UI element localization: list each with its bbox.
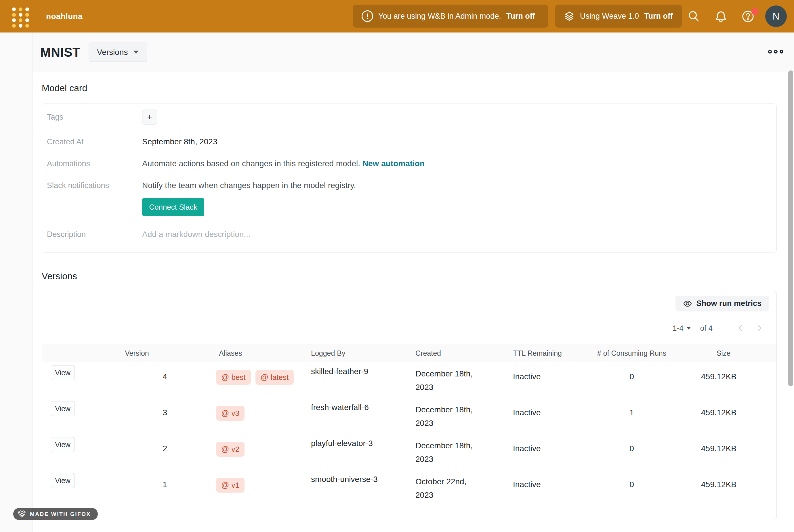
cell-size: 459.12KB <box>670 398 776 434</box>
tags-label: Tags <box>47 113 142 122</box>
slack-row: Slack notifications Notify the team when… <box>47 181 776 190</box>
show-run-metrics-label: Show run metrics <box>696 299 761 308</box>
cell-aliases: @v1 <box>176 470 302 506</box>
left-rail <box>0 33 33 532</box>
admin-mode-banner: ! You are using W&B in Admin mode. Turn … <box>353 5 548 27</box>
at-icon: @ <box>221 373 229 382</box>
col-header-consuming-runs: # of Consuming Runs <box>593 349 670 358</box>
scrollbar-thumb[interactable] <box>788 71 793 386</box>
bell-icon[interactable] <box>714 10 727 23</box>
at-icon: @ <box>221 445 229 454</box>
top-navbar: noahluna ! You are using W&B in Admin mo… <box>0 0 794 33</box>
alias-pill[interactable]: @v3 <box>216 406 245 421</box>
versions-panel: Show run metrics 1-4 of 4 Version <box>42 291 777 520</box>
cell-logged-by[interactable]: playful-elevator-3 <box>302 434 406 470</box>
alias-pill[interactable]: @v2 <box>216 442 245 457</box>
pagination: 1-4 of 4 <box>673 320 765 336</box>
chevron-down-icon <box>686 327 691 329</box>
weave-banner: Using Weave 1.0 Turn off <box>555 5 682 27</box>
cell-version: 1 <box>98 470 176 506</box>
cell-logged-by[interactable]: skilled-feather-9 <box>302 362 406 398</box>
cell-created: December 18th,2023 <box>406 362 501 398</box>
col-header-version: Version <box>98 349 176 358</box>
automations-label: Automations <box>47 159 142 168</box>
cell-version: 3 <box>98 398 176 434</box>
page-range: 1-4 <box>673 324 683 333</box>
model-card-panel: Tags + Created At September 8th, 2023 Au… <box>42 103 777 252</box>
versions-dropdown-label: Versions <box>97 48 128 57</box>
cell-ttl: Inactive <box>501 362 593 398</box>
description-row: Description Add a markdown description..… <box>47 230 776 239</box>
description-placeholder[interactable]: Add a markdown description... <box>142 230 776 239</box>
cell-aliases: @v2 <box>176 434 302 470</box>
model-card-section-title: Model card <box>42 83 787 93</box>
cell-consuming-runs: 0 <box>593 362 670 398</box>
overflow-menu-button[interactable] <box>768 50 783 54</box>
cell-ttl: Inactive <box>501 470 593 506</box>
table-header-row: Version Aliases Logged By Created TTL Re… <box>42 344 776 362</box>
main-content: Model card Tags + Created At September 8… <box>33 73 787 532</box>
notification-dot <box>752 8 759 15</box>
versions-dropdown[interactable]: Versions <box>89 42 147 62</box>
view-button[interactable]: View <box>51 437 75 452</box>
automations-row: Automations Automate actions based on ch… <box>47 159 776 168</box>
next-page-button[interactable] <box>754 323 765 334</box>
alias-pill[interactable]: @v1 <box>216 478 245 493</box>
cell-logged-by[interactable]: fresh-waterfall-6 <box>302 398 406 434</box>
alias-name: v1 <box>231 481 239 490</box>
created-at-label: Created At <box>47 137 142 146</box>
connect-slack-button[interactable]: Connect Slack <box>142 198 204 216</box>
col-header-created: Created <box>406 349 501 358</box>
alias-pill[interactable]: @best <box>216 370 251 385</box>
gifox-fox-icon <box>17 510 26 519</box>
cell-version: 4 <box>98 362 176 398</box>
table-row: View 3 @v3 fresh-waterfall-6 December 18… <box>42 398 776 434</box>
cell-logged-by[interactable]: smooth-universe-3 <box>302 470 406 506</box>
versions-table: Version Aliases Logged By Created TTL Re… <box>42 344 776 506</box>
slack-label: Slack notifications <box>47 181 142 190</box>
view-button[interactable]: View <box>51 401 75 416</box>
col-header-aliases: Aliases <box>176 349 302 358</box>
cell-version: 2 <box>98 434 176 470</box>
cell-created: October 22nd,2023 <box>406 470 501 506</box>
cell-created: December 18th,2023 <box>406 398 501 434</box>
view-button[interactable]: View <box>51 365 75 380</box>
view-button[interactable]: View <box>51 473 75 488</box>
gifox-badge-text: MADE WITH GIFOX <box>30 511 91 517</box>
cell-aliases: @best @latest <box>176 362 302 398</box>
page-range-dropdown[interactable]: 1-4 <box>673 324 691 333</box>
org-name[interactable]: noahluna <box>46 0 82 33</box>
col-header-logged-by: Logged By <box>302 349 406 358</box>
weave-turn-off-button[interactable]: Turn off <box>644 12 673 21</box>
cell-size: 459.12KB <box>670 470 776 506</box>
search-icon[interactable] <box>687 10 700 23</box>
at-icon: @ <box>221 409 229 418</box>
tags-row: Tags + <box>47 110 776 125</box>
created-at-value: September 8th, 2023 <box>142 137 776 146</box>
alias-name: best <box>231 373 245 382</box>
cell-ttl: Inactive <box>501 398 593 434</box>
description-label: Description <box>47 230 142 239</box>
eye-icon <box>683 299 692 308</box>
alias-name: latest <box>271 373 288 382</box>
alert-circle-icon: ! <box>362 11 373 22</box>
at-icon: @ <box>221 481 229 490</box>
avatar[interactable]: N <box>765 5 787 27</box>
add-tag-button[interactable]: + <box>142 110 157 125</box>
page-total: of 4 <box>700 324 713 333</box>
col-header-ttl: TTL Remaining <box>501 349 593 358</box>
page: noahluna ! You are using W&B in Admin mo… <box>0 0 794 532</box>
alias-name: v3 <box>231 409 239 418</box>
alias-name: v2 <box>231 445 239 454</box>
new-automation-link[interactable]: New automation <box>362 159 424 168</box>
cell-aliases: @v3 <box>176 398 302 434</box>
cell-consuming-runs: 0 <box>593 470 670 506</box>
prev-page-button[interactable] <box>735 323 746 334</box>
admin-turn-off-button[interactable]: Turn off <box>506 12 535 21</box>
alias-pill[interactable]: @latest <box>256 370 294 385</box>
created-at-row: Created At September 8th, 2023 <box>47 137 776 146</box>
wandb-dots-logo[interactable] <box>12 7 29 27</box>
show-run-metrics-button[interactable]: Show run metrics <box>676 296 769 311</box>
slack-button-row: Connect Slack <box>47 198 776 216</box>
gifox-badge: MADE WITH GIFOX <box>13 508 98 520</box>
